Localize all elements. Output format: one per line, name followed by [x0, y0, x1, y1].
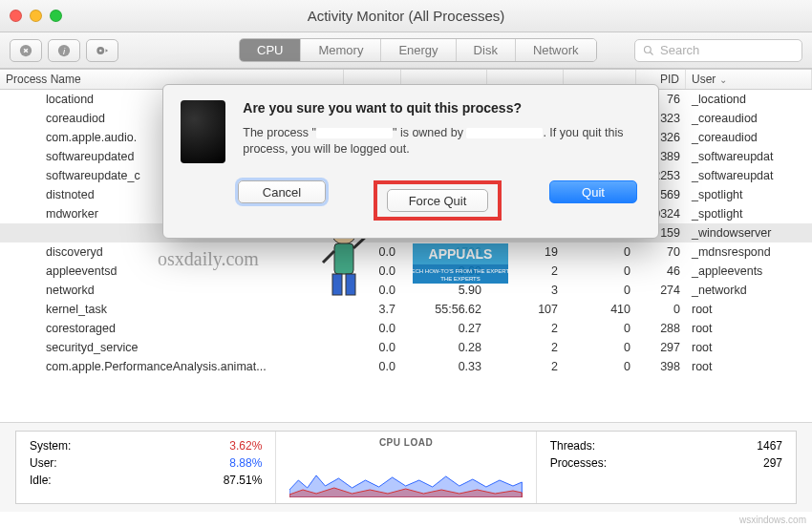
close-icon[interactable]	[10, 10, 22, 22]
zoom-icon[interactable]	[50, 10, 62, 22]
stop-process-button[interactable]	[10, 39, 42, 62]
info-button[interactable]: i	[48, 39, 80, 62]
dialog-heading: Are you sure you want to quit this proce…	[243, 100, 637, 116]
dialog-message: The process "" is owned by . If you quit…	[243, 125, 637, 158]
toolbar: i CPU Memory Energy Disk Network Search	[0, 32, 812, 69]
svg-point-7	[645, 46, 652, 53]
table-row[interactable]: networkd0.05.9030274_networkd	[0, 281, 812, 300]
svg-point-6	[99, 49, 102, 52]
window-title: Activity Monitor (All Processes)	[0, 8, 812, 24]
tab-segmented-control: CPU Memory Energy Disk Network	[239, 38, 597, 62]
tab-memory[interactable]: Memory	[301, 39, 381, 61]
footer: System:3.62% User:8.88% Idle:87.51% CPU …	[0, 422, 812, 512]
chevron-down-icon: ⌄	[719, 74, 727, 85]
table-row[interactable]: com.apple.PerformanceAnalysis.animat...0…	[0, 357, 812, 376]
counts-summary: Threads:1467 Processes:297	[537, 432, 796, 503]
minimize-icon[interactable]	[30, 10, 42, 22]
gear-menu-button[interactable]	[86, 39, 118, 62]
process-icon	[181, 100, 225, 163]
tab-energy[interactable]: Energy	[381, 39, 456, 61]
watermark-wsxindows: wsxindows.com	[739, 515, 806, 525]
table-row[interactable]: securityd_service0.00.2820297root	[0, 338, 812, 357]
search-icon	[643, 45, 654, 56]
force-quit-highlight: Force Quit	[374, 180, 502, 221]
cpu-summary: System:3.62% User:8.88% Idle:87.51%	[16, 432, 276, 503]
tab-disk[interactable]: Disk	[457, 39, 516, 61]
cpu-load-graph: CPU LOAD	[276, 432, 536, 503]
tab-network[interactable]: Network	[516, 39, 596, 61]
table-row[interactable]: kernel_task3.755:56.621074100root	[0, 300, 812, 319]
tab-cpu[interactable]: CPU	[240, 39, 301, 61]
svg-line-8	[651, 52, 653, 54]
quit-button[interactable]: Quit	[549, 180, 637, 203]
table-row[interactable]: corestoraged0.00.2720288root	[0, 319, 812, 338]
window-titlebar: Activity Monitor (All Processes)	[0, 0, 812, 32]
table-row[interactable]: appleeventsd0.00.602046_appleevents	[0, 262, 812, 281]
cancel-button[interactable]: Cancel	[238, 180, 326, 203]
force-quit-button[interactable]: Force Quit	[387, 189, 488, 212]
search-placeholder: Search	[660, 43, 699, 57]
traffic-lights	[10, 10, 62, 22]
col-user[interactable]: User⌄	[686, 70, 812, 89]
search-input[interactable]: Search	[634, 39, 802, 62]
table-row[interactable]: discoveryd0.0170619070_mdnsrespond	[0, 242, 812, 262]
quit-process-dialog: Are you sure you want to quit this proce…	[162, 84, 659, 239]
